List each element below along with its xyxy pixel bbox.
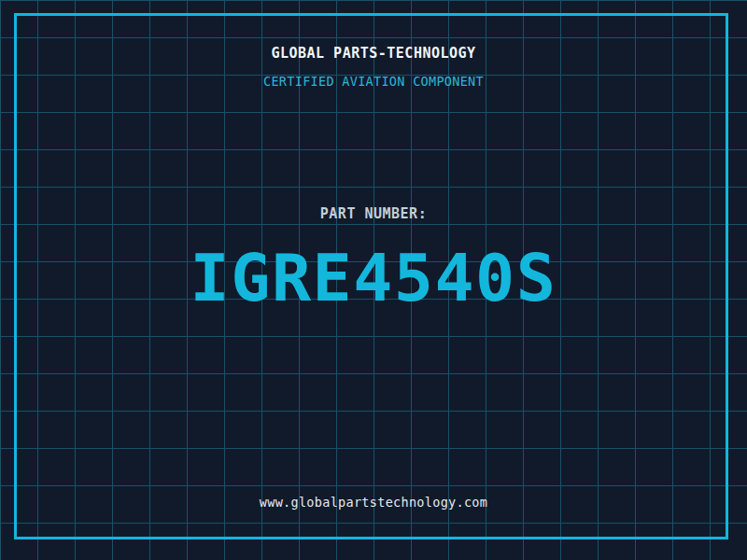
certification-tagline: CERTIFIED AVIATION COMPONENT xyxy=(0,76,747,89)
part-number-label: PART NUMBER: xyxy=(0,207,747,221)
company-name: GLOBAL PARTS-TECHNOLOGY xyxy=(0,47,747,61)
part-number-value: IGRE4540S xyxy=(0,245,747,311)
website-url: www.globalpartstechnology.com xyxy=(0,497,747,510)
blueprint-card: { "header": { "company_name": "GLOBAL PA… xyxy=(0,0,747,560)
